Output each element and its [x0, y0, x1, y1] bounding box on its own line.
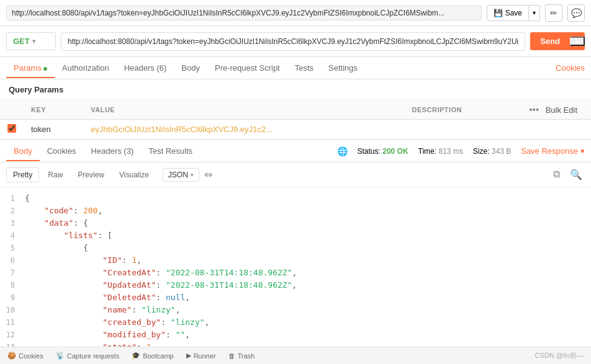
- send-dropdown-button[interactable]: ▾: [570, 37, 585, 46]
- bottom-bar: 🍪 Cookies 📡 Capture requests 🎓 Bootcamp …: [0, 347, 591, 364]
- col-actions-header: ••• Bulk Edit: [517, 100, 591, 120]
- format-tab-raw[interactable]: Raw: [42, 168, 69, 182]
- code-line: 4 "lists": [: [0, 229, 591, 242]
- tab-pre-request-script[interactable]: Pre-request Script: [207, 58, 287, 78]
- table-row: token eyJhbGciOiJIUzI1NiIsInR5cCl6lkpXVC…: [0, 120, 591, 140]
- col-key-header: KEY: [24, 100, 83, 120]
- bottom-capture[interactable]: 📡 Capture requests: [56, 352, 119, 360]
- tab-body[interactable]: Body: [174, 58, 207, 78]
- response-toolbar: Pretty Raw Preview Visualize JSON ▾ ⇔ ⧉ …: [0, 162, 591, 187]
- line-content: "ID": 1,: [25, 254, 142, 267]
- row-actions-cell: [517, 120, 591, 140]
- status-value: 200 OK: [382, 147, 408, 156]
- line-number: 5: [2, 242, 25, 254]
- format-tab-preview[interactable]: Preview: [71, 168, 111, 182]
- request-tabs-row: Params Authorization Headers (6) Body Pr…: [0, 57, 591, 79]
- format-tab-visualize[interactable]: Visualize: [113, 168, 155, 182]
- params-table: KEY VALUE DESCRIPTION ••• Bulk Edit toke…: [0, 100, 591, 140]
- line-content: "lists": [: [25, 229, 112, 242]
- line-number: 11: [2, 316, 25, 329]
- line-content: "CreatedAt": "2022-08-31T14:18:48.962Z",: [25, 267, 297, 279]
- bottom-runner[interactable]: ▶ Runner: [186, 352, 216, 360]
- save-dropdown-button[interactable]: ▾: [528, 6, 539, 19]
- bottom-trash[interactable]: 🗑 Trash: [228, 352, 255, 360]
- runner-icon: ▶: [186, 352, 191, 360]
- tab-headers[interactable]: Headers (6): [117, 58, 174, 78]
- save-button[interactable]: 💾 Save: [487, 6, 528, 20]
- row-description-cell: [404, 120, 517, 140]
- json-format-selector[interactable]: JSON ▾: [163, 168, 199, 182]
- line-number: 7: [2, 267, 25, 279]
- tab-tests[interactable]: Tests: [287, 58, 321, 78]
- line-content: "name": "linzy",: [25, 304, 180, 316]
- top-bar: http://localhost:8080/api/v1/tags?token=…: [0, 0, 591, 26]
- line-content: "modified_by": "",: [25, 329, 190, 341]
- send-button[interactable]: Send: [530, 37, 570, 46]
- line-content: "UpdatedAt": "2022-08-31T14:18:48.962Z",: [25, 279, 297, 291]
- save-button-group: 💾 Save ▾: [487, 5, 540, 21]
- resp-tab-test-results[interactable]: Test Results: [141, 141, 200, 161]
- line-number: 1: [2, 192, 25, 205]
- row-value-cell: eyJhbGciOiJIUzI1NiIsInR5cCl6lkpXVCJ9.eyJ…: [83, 120, 404, 140]
- code-line: 10 "name": "linzy",: [0, 304, 591, 316]
- line-content: "created_by": "linzy",: [25, 316, 209, 329]
- bottom-bootcamp[interactable]: 🎓 Bootcamp: [132, 352, 174, 360]
- search-icon[interactable]: 🔍: [567, 167, 585, 182]
- more-options-icon[interactable]: •••: [529, 105, 539, 115]
- comment-icon: 💬: [571, 8, 582, 18]
- bulk-edit-button[interactable]: Bulk Edit: [546, 105, 577, 115]
- size-label: Size: 343 B: [473, 147, 511, 156]
- method-selector[interactable]: GET ▾: [6, 32, 56, 50]
- format-tab-pretty[interactable]: Pretty: [6, 167, 39, 182]
- line-number: 6: [2, 254, 25, 267]
- line-number: 8: [2, 279, 25, 291]
- code-line: 2 "code": 200,: [0, 205, 591, 217]
- line-content: "data": {: [25, 217, 88, 229]
- trash-icon: 🗑: [228, 352, 235, 360]
- save-response-button[interactable]: Save Response ▾: [521, 146, 585, 156]
- comment-button[interactable]: 💬: [567, 4, 585, 22]
- code-line: 5 {: [0, 242, 591, 254]
- method-label: GET: [13, 37, 30, 46]
- col-description-header: DESCRIPTION: [404, 100, 517, 120]
- response-tabs-row: Body Cookies Headers (3) Test Results 🌐 …: [0, 140, 591, 162]
- line-number: 12: [2, 329, 25, 341]
- send-arrow-icon: ▾: [575, 38, 579, 45]
- cookies-icon: 🍪: [7, 352, 16, 360]
- resp-tab-cookies[interactable]: Cookies: [40, 141, 84, 161]
- send-button-group: Send ▾: [530, 32, 585, 50]
- line-content: {: [25, 192, 30, 205]
- globe-icon: 🌐: [337, 146, 348, 156]
- params-dot: [43, 67, 47, 71]
- save-arrow-icon: ▾: [533, 9, 536, 16]
- code-area: 1{2 "code": 200,3 "data": {4 "lists": [5…: [0, 187, 591, 364]
- wrap-icon[interactable]: ⇔: [204, 169, 212, 180]
- save-icon: 💾: [494, 9, 503, 17]
- code-line: 1{: [0, 192, 591, 205]
- capture-icon: 📡: [56, 352, 65, 360]
- copy-icon[interactable]: ⧉: [551, 167, 562, 182]
- resp-tab-headers[interactable]: Headers (3): [84, 141, 142, 161]
- line-content: "code": 200,: [25, 205, 102, 217]
- response-toolbar-right: ⧉ 🔍: [551, 167, 585, 182]
- watermark: CSDN @lin前—: [535, 351, 584, 360]
- tab-params[interactable]: Params: [6, 58, 55, 78]
- time-label: Time: 813 ms: [418, 147, 463, 156]
- line-number: 4: [2, 229, 25, 242]
- row-checkbox[interactable]: [7, 124, 16, 133]
- size-value: 343 B: [492, 147, 511, 156]
- code-line: 11 "created_by": "linzy",: [0, 316, 591, 329]
- code-line: 12 "modified_by": "",: [0, 329, 591, 341]
- bottom-cookies[interactable]: 🍪 Cookies: [7, 352, 43, 360]
- tab-settings[interactable]: Settings: [321, 58, 365, 78]
- resp-tab-body[interactable]: Body: [6, 141, 40, 161]
- pencil-button[interactable]: ✏: [545, 4, 562, 22]
- query-params-header: Query Params: [0, 79, 591, 100]
- line-number: 3: [2, 217, 25, 229]
- col-checkbox-header: [0, 100, 24, 120]
- url-input[interactable]: [61, 32, 525, 51]
- tab-authorization[interactable]: Authorization: [55, 58, 117, 78]
- time-value: 813 ms: [438, 147, 462, 156]
- cookies-link[interactable]: Cookies: [556, 63, 585, 73]
- code-line: 7 "CreatedAt": "2022-08-31T14:18:48.962Z…: [0, 267, 591, 279]
